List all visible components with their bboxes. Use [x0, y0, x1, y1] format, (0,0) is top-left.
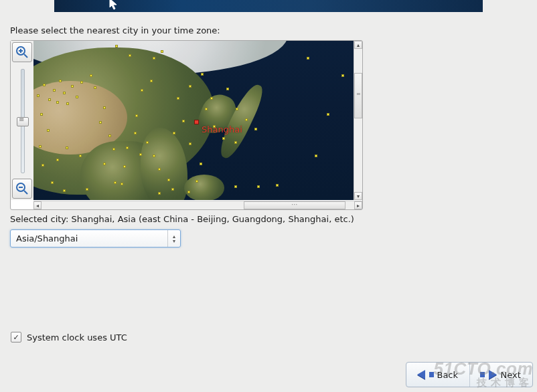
city-dot[interactable]: [222, 137, 225, 140]
back-button[interactable]: Back: [406, 363, 469, 387]
city-dot[interactable]: [43, 84, 46, 86]
city-dot[interactable]: [115, 45, 118, 47]
city-dot[interactable]: [134, 132, 137, 134]
city-dot[interactable]: [153, 155, 155, 157]
city-dot[interactable]: [327, 113, 329, 116]
city-dot[interactable]: [315, 155, 317, 157]
map-canvas[interactable]: Shanghai: [33, 41, 356, 200]
city-dot[interactable]: [254, 128, 257, 130]
city-dot[interactable]: [158, 192, 161, 195]
city-dot[interactable]: [167, 179, 170, 181]
city-dot[interactable]: [51, 181, 54, 184]
city-dot[interactable]: [123, 165, 126, 168]
city-dot[interactable]: [114, 181, 117, 184]
city-dot[interactable]: [80, 81, 83, 84]
city-dot[interactable]: [141, 89, 143, 92]
city-dot[interactable]: [196, 180, 198, 183]
zoom-in-icon: [15, 45, 29, 59]
city-dot[interactable]: [226, 88, 229, 90]
selected-city-dot[interactable]: [194, 120, 199, 124]
utc-checkbox[interactable]: ✓: [11, 332, 21, 342]
city-dot[interactable]: [135, 114, 138, 117]
map-horizontal-scrollbar[interactable]: ◂ ▸: [33, 201, 362, 209]
city-dot[interactable]: [189, 142, 191, 145]
city-dot[interactable]: [129, 54, 131, 57]
city-dot[interactable]: [71, 85, 74, 88]
city-dot[interactable]: [234, 141, 237, 144]
city-dot[interactable]: [213, 125, 216, 128]
timezone-prompt: Please select the nearest city in your t…: [10, 25, 220, 35]
vertical-scroll-thumb[interactable]: [354, 73, 362, 118]
scroll-up-button[interactable]: ▴: [354, 41, 362, 49]
city-dot[interactable]: [121, 183, 123, 185]
city-dot[interactable]: [245, 118, 248, 121]
city-dot[interactable]: [205, 108, 208, 110]
city-dot[interactable]: [182, 120, 185, 122]
city-dot[interactable]: [66, 146, 68, 149]
next-button[interactable]: Next: [469, 363, 533, 387]
selected-city-text: Selected city: Shanghai, Asia (east Chin…: [10, 214, 354, 224]
city-dot[interactable]: [99, 121, 102, 124]
city-dot[interactable]: [236, 108, 238, 110]
city-dot[interactable]: [126, 146, 129, 149]
zoom-slider-thumb[interactable]: [17, 117, 29, 126]
city-dot[interactable]: [59, 80, 62, 82]
city-dot[interactable]: [171, 188, 174, 191]
city-dot[interactable]: [56, 101, 59, 104]
arrow-right-stem: [480, 372, 485, 377]
city-dot[interactable]: [108, 134, 111, 137]
city-dot[interactable]: [153, 57, 155, 60]
horizontal-scroll-thumb[interactable]: [244, 201, 346, 209]
city-dot[interactable]: [63, 92, 66, 94]
zoom-in-button[interactable]: [12, 42, 32, 62]
city-dot[interactable]: [161, 50, 163, 53]
utc-row: ✓ System clock uses UTC: [11, 332, 127, 342]
timezone-map[interactable]: Shanghai ▴ ▾ ◂ ▸: [10, 40, 363, 210]
city-dot[interactable]: [40, 113, 43, 116]
zoom-out-button[interactable]: [12, 179, 32, 199]
city-dot[interactable]: [234, 185, 237, 188]
city-dot[interactable]: [47, 129, 50, 132]
city-dot[interactable]: [94, 86, 96, 89]
back-button-label: Back: [437, 370, 458, 380]
city-dot[interactable]: [112, 148, 115, 151]
city-dot[interactable]: [146, 141, 149, 144]
city-dot[interactable]: [66, 102, 69, 105]
city-dot[interactable]: [341, 74, 344, 77]
city-dot[interactable]: [79, 155, 82, 157]
arrow-left-stem: [429, 372, 434, 377]
scroll-left-button[interactable]: ◂: [33, 201, 42, 209]
city-dot[interactable]: [189, 85, 191, 88]
city-dot[interactable]: [53, 89, 56, 92]
city-dot[interactable]: [48, 98, 51, 101]
city-dot[interactable]: [56, 159, 59, 161]
city-dot[interactable]: [150, 80, 153, 82]
city-dot[interactable]: [187, 191, 190, 193]
scroll-down-button[interactable]: ▾: [354, 192, 362, 200]
city-dot[interactable]: [307, 57, 309, 60]
city-dot[interactable]: [42, 164, 44, 167]
city-dot[interactable]: [201, 73, 204, 76]
city-dot[interactable]: [90, 74, 92, 77]
city-dot[interactable]: [257, 185, 260, 188]
city-dot[interactable]: [200, 163, 202, 165]
city-dot[interactable]: [173, 132, 175, 134]
city-dot[interactable]: [86, 188, 88, 191]
city-dot[interactable]: [37, 94, 40, 97]
city-dot[interactable]: [158, 168, 161, 171]
city-dot[interactable]: [210, 97, 213, 100]
timezone-combobox[interactable]: Asia/Shanghai ▴▾: [10, 229, 181, 248]
horizontal-scroll-track[interactable]: [42, 201, 354, 209]
map-vertical-scrollbar[interactable]: ▴ ▾: [354, 41, 362, 200]
combobox-spinner-icon: ▴▾: [167, 230, 180, 247]
city-dot[interactable]: [139, 153, 142, 156]
city-dot[interactable]: [76, 96, 78, 98]
city-dot[interactable]: [276, 184, 279, 187]
city-dot[interactable]: [63, 189, 66, 192]
city-dot[interactable]: [39, 145, 42, 148]
city-dot[interactable]: [103, 163, 106, 165]
city-dot[interactable]: [177, 97, 179, 100]
nav-footer: Back Next: [406, 362, 533, 387]
city-dot[interactable]: [103, 106, 106, 109]
scroll-right-button[interactable]: ▸: [354, 201, 362, 209]
